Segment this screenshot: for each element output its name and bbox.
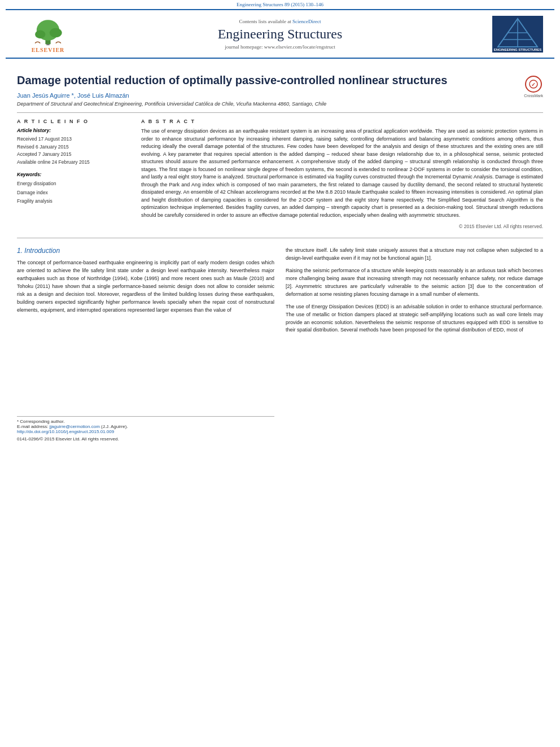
- journal-name: Engineering Structures: [79, 27, 481, 42]
- svg-text:✓: ✓: [531, 82, 536, 88]
- journal-header: ELSEVIER Contents lists available at Sci…: [6, 9, 554, 59]
- author-names: Juan Jesús Aguirre *, José Luis Almazán: [17, 92, 129, 99]
- journal-reference: Engineering Structures 89 (2015) 130–146: [0, 0, 560, 9]
- body-columns: 1. Introduction The concept of performan…: [17, 247, 543, 442]
- history-label: Article history:: [17, 128, 130, 133]
- crossmark-label: CrossMark: [524, 94, 543, 98]
- body-right-column: the structure itself. Life safety limit …: [286, 247, 543, 442]
- footnotes-area: * Corresponding author. E-mail address: …: [17, 416, 274, 442]
- keywords-label: Keywords:: [17, 172, 130, 177]
- crossmark-circle: ✓: [525, 76, 542, 93]
- intro-section-title: Introduction: [24, 247, 60, 255]
- title-area: ✓ CrossMark Damage potential reduction o…: [17, 73, 543, 88]
- corresponding-author-note: * Corresponding author.: [17, 419, 274, 424]
- accepted-date: Accepted 7 January 2015: [17, 151, 130, 159]
- keyword-2: Damage index: [17, 189, 130, 197]
- page-content: ✓ CrossMark Damage potential reduction o…: [0, 59, 560, 442]
- elsevier-logo-area: ELSEVIER: [17, 15, 79, 53]
- intro-left-para1: The concept of performance-based earthqu…: [17, 259, 274, 314]
- article-info-abstract-layout: A R T I C L E I N F O Article history: R…: [17, 119, 543, 229]
- svg-text:ENGINEERING STRUCTURES: ENGINEERING STRUCTURES: [494, 48, 542, 51]
- sciencedirect-link[interactable]: ScienceDirect: [292, 19, 321, 24]
- journal-homepage: journal homepage: www.elsevier.com/locat…: [79, 44, 481, 50]
- footer-copyright: 0141-0296/© 2015 Elsevier Ltd. All right…: [17, 436, 274, 442]
- abstract-header: A B S T R A C T: [141, 119, 543, 124]
- copyright-text: © 2015 Elsevier Ltd. All rights reserved…: [141, 224, 543, 229]
- affiliation-text: Department of Structural and Geotechnica…: [17, 101, 543, 107]
- crossmark-badge: ✓ CrossMark: [524, 76, 543, 98]
- elsevier-tree-icon: [25, 15, 71, 46]
- intro-right-para2: Raising the seismic performance of a str…: [286, 267, 543, 299]
- article-info-header: A R T I C L E I N F O: [17, 119, 130, 124]
- email-note: E-mail address: jjaguirre@cermotion.com …: [17, 424, 274, 429]
- abstract-text: The use of energy dissipation devices as…: [141, 128, 543, 219]
- separator-2: [17, 238, 543, 238]
- svg-point-3: [50, 28, 62, 37]
- body-left-column: 1. Introduction The concept of performan…: [17, 247, 274, 442]
- email-link[interactable]: jjaguirre@cermotion.com: [50, 424, 100, 429]
- footnote-divider: [17, 416, 274, 417]
- elsevier-brand-text: ELSEVIER: [32, 47, 65, 53]
- keyword-3: Fragility analysis: [17, 197, 130, 206]
- eng-structures-logo: ENGINEERING STRUCTURES: [492, 16, 543, 53]
- crossmark-icon: ✓: [528, 79, 539, 89]
- abstract-column: A B S T R A C T The use of energy dissip…: [141, 119, 543, 229]
- doi-link-area: http://dx.doi.org/10.1016/j.engstruct.20…: [17, 429, 274, 434]
- doi-text[interactable]: http://dx.doi.org/10.1016/j.engstruct.20…: [17, 429, 114, 434]
- intro-heading: 1. Introduction: [17, 247, 274, 255]
- eng-structures-logo-icon: ENGINEERING STRUCTURES: [492, 16, 543, 53]
- eng-structures-logo-area: ENGINEERING STRUCTURES: [481, 16, 543, 53]
- intro-section-num: 1.: [17, 247, 24, 255]
- journal-title-area: Contents lists available at ScienceDirec…: [79, 19, 481, 50]
- intro-right-para3: The use of Energy Dissipation Devices (E…: [286, 303, 543, 335]
- keyword-1: Energy dissipation: [17, 180, 130, 188]
- article-info-column: A R T I C L E I N F O Article history: R…: [17, 119, 130, 229]
- available-date: Available online 24 February 2015: [17, 159, 130, 167]
- received-date: Received 17 August 2013: [17, 136, 130, 143]
- authors-line: Juan Jesús Aguirre *, José Luis Almazán: [17, 92, 543, 99]
- article-title: Damage potential reduction of optimally …: [17, 73, 543, 88]
- svg-rect-4: [46, 44, 50, 45]
- svg-point-2: [35, 30, 45, 39]
- separator-1: [17, 112, 543, 113]
- intro-right-para1: the structure itself. Life safety limit …: [286, 247, 543, 263]
- revised-date: Revised 6 January 2015: [17, 143, 130, 151]
- contents-available-text: Contents lists available at ScienceDirec…: [79, 19, 481, 24]
